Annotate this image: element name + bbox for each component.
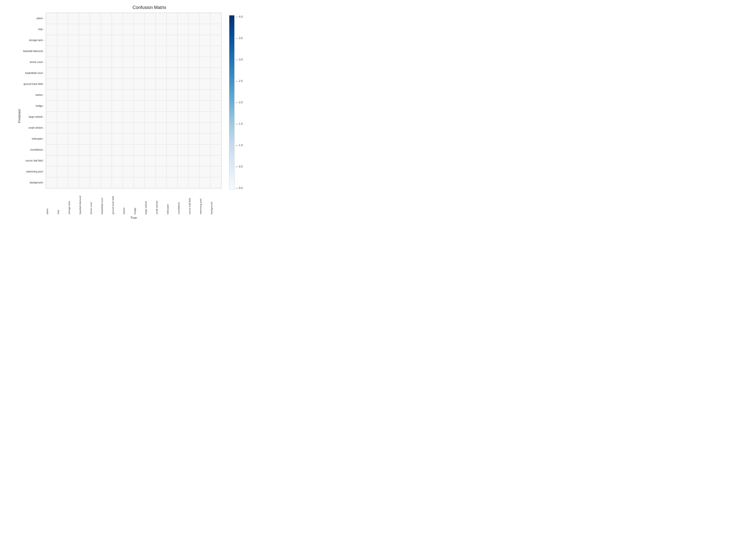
matrix-cell [200, 13, 210, 24]
matrix-cell [178, 155, 188, 166]
y-label: large vehicle - [23, 111, 46, 122]
matrix-cell [156, 46, 166, 57]
matrix-cell [145, 46, 156, 57]
matrix-cell [57, 46, 68, 57]
colorbar-tick: — 0.0 [236, 186, 243, 189]
y-label: small vehicle - [23, 122, 46, 133]
matrix-cell [134, 89, 145, 101]
colorbar-tick: — 3.0 [236, 58, 243, 61]
matrix-cell [178, 166, 188, 177]
matrix-cell [145, 89, 156, 101]
matrix-cell [156, 24, 166, 35]
matrix-cell [156, 144, 166, 155]
matrix-cell [134, 144, 145, 155]
y-label: ship - [23, 24, 46, 34]
matrix-cell [112, 35, 123, 46]
matrix-cell [57, 57, 68, 68]
matrix-cell [79, 144, 90, 155]
matrix-cell [156, 79, 166, 89]
matrix-cell [68, 35, 79, 46]
matrix-cell [156, 133, 166, 144]
matrix-cell [188, 89, 200, 101]
matrix-cell [188, 144, 200, 155]
matrix-cell [178, 177, 188, 188]
matrix-cell [178, 68, 188, 79]
matrix-cell [134, 79, 145, 89]
matrix-cell [134, 13, 145, 24]
y-labels: plane -ship -storage tank -baseball diam… [23, 13, 46, 188]
x-axis-title: True [46, 216, 222, 219]
matrix-cell [68, 144, 79, 155]
matrix-cell [123, 57, 134, 68]
colorbar: — 4.0— 3.5— 3.0— 2.5— 2.0— 1.5— 1.0— 0.5… [229, 13, 243, 189]
matrix-cell [210, 24, 221, 35]
matrix-cell [178, 79, 188, 89]
matrix-cell [101, 144, 112, 155]
matrix-cell [101, 13, 112, 24]
colorbar-tick: — 0.5 [236, 165, 243, 168]
matrix-cell [79, 13, 90, 24]
matrix-cell [79, 79, 90, 89]
matrix-cell [145, 144, 156, 155]
matrix-cell [156, 68, 166, 79]
matrix-cell [57, 155, 68, 166]
matrix-cell [210, 166, 221, 177]
matrix-cell [57, 101, 68, 111]
matrix-cell [178, 144, 188, 155]
matrix-cell [68, 13, 79, 24]
matrix-cell [57, 68, 68, 79]
matrix-cell [57, 13, 68, 24]
matrix-cell [46, 24, 57, 35]
matrix-cell [166, 101, 178, 111]
matrix-cell [90, 68, 101, 79]
matrix-cell [166, 133, 178, 144]
matrix-cell [188, 133, 200, 144]
matrix-cell [178, 111, 188, 123]
matrix-cell [112, 123, 123, 133]
matrix-cell [134, 177, 145, 188]
matrix-cell [200, 133, 210, 144]
matrix-cell [68, 111, 79, 123]
matrix-cell [166, 155, 178, 166]
matrix-cell [79, 177, 90, 188]
matrix-cell [210, 79, 221, 89]
matrix-cell [210, 155, 221, 166]
matrix-cell [101, 68, 112, 79]
matrix-cell [178, 24, 188, 35]
matrix-cell [123, 101, 134, 111]
matrix-cell [46, 155, 57, 166]
matrix-cell [79, 57, 90, 68]
matrix-cell [156, 101, 166, 111]
matrix-cell [112, 177, 123, 188]
matrix-cell [123, 89, 134, 101]
y-label: ground track field - [23, 78, 46, 89]
matrix-cell [101, 79, 112, 89]
colorbar-tick: — 2.5 [236, 79, 243, 82]
matrix-cell [68, 101, 79, 111]
matrix-cell [57, 89, 68, 101]
colorbar-tick: — 1.5 [236, 122, 243, 125]
x-label: bridge [133, 189, 145, 214]
matrix-cell [90, 101, 101, 111]
x-label: ground track field [111, 189, 123, 214]
matrix-cell [79, 46, 90, 57]
matrix-cell [46, 46, 57, 57]
colorbar-tick: — 3.5 [236, 36, 243, 39]
y-label: basketball court - [23, 68, 46, 78]
matrix-cell [112, 89, 123, 101]
matrix-cell [200, 166, 210, 177]
x-label: small vehicle [155, 189, 166, 214]
matrix-cell [57, 144, 68, 155]
matrix-cell [156, 89, 166, 101]
matrix-cell [79, 89, 90, 101]
matrix-cell [178, 57, 188, 68]
matrix-cell [46, 35, 57, 46]
matrix-cell [156, 177, 166, 188]
matrix-cell [166, 57, 178, 68]
matrix-cell [166, 166, 178, 177]
matrix-cell [57, 166, 68, 177]
y-axis-title: Predicted [18, 109, 21, 123]
x-label: swimming pool [199, 189, 210, 214]
matrix-cell [112, 101, 123, 111]
matrix-cell [112, 79, 123, 89]
